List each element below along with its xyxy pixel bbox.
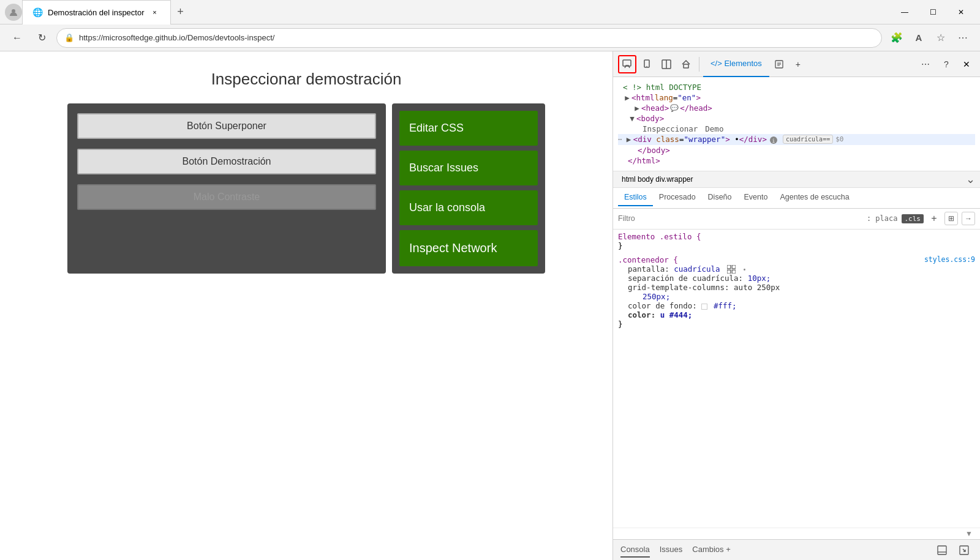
styles-section: Estilos Procesado Diseño Evento Agentes … (613, 188, 980, 540)
font-icon[interactable]: A (909, 28, 929, 48)
overlay-button[interactable]: Botón Superponer (77, 113, 376, 139)
filter-icon-1[interactable]: ⊞ (944, 212, 958, 225)
filter-icon-2[interactable]: → (962, 212, 975, 225)
nav-right-icons: 🧩 A ☆ ⋯ (887, 28, 973, 48)
tab-elements[interactable]: </> Elementos (703, 51, 769, 77)
toolbar-separator (699, 57, 699, 72)
console-button[interactable]: Usar la consola (399, 190, 538, 225)
close-button[interactable]: ✕ (947, 2, 975, 22)
svg-point-3 (646, 65, 647, 66)
webpage-title: Inspeccionar demostración (211, 70, 402, 89)
body-expand-icon[interactable]: ▼ (628, 114, 636, 123)
css-source-link[interactable]: styles.css:9 (924, 255, 975, 264)
scroll-indicator: ▼ (613, 528, 980, 539)
title-bar: 🌐 Demostración del inspector × + — ☐ ✕ (0, 0, 980, 24)
filter-add-button[interactable]: + (927, 212, 941, 225)
device-emulation-button[interactable] (638, 55, 656, 73)
sources-panel-button[interactable] (771, 55, 788, 73)
devtools-panel: </> Elementos + ⋯ ? ✕ < !> html DOCTYPE (612, 51, 980, 560)
bottom-tab-cambios[interactable]: Cambios + (692, 542, 731, 558)
extensions-icon[interactable]: 🧩 (887, 28, 907, 48)
minimize-button[interactable]: — (891, 2, 919, 22)
demo-button[interactable]: Botón Demostración (77, 149, 376, 174)
inspect-element-button[interactable] (618, 55, 636, 73)
window-controls: — ☐ ✕ (891, 2, 975, 22)
dom-nav-line: Inspeccionar Demo (618, 124, 975, 134)
dom-body-line[interactable]: ▼ <body> (618, 113, 975, 124)
active-tab[interactable]: 🌐 Demostración del inspector × (22, 0, 171, 24)
refresh-button[interactable]: ↻ (32, 28, 51, 48)
contrast-button[interactable]: Malo Contraste (77, 184, 376, 210)
dom-wrapper-line[interactable]: ⋯ ▶ <div class="wrapper"> •</div> i cuad… (618, 134, 975, 145)
tab-agentes[interactable]: Agentes de escucha (774, 189, 855, 206)
elements-tab-label: </> Elementos (710, 59, 762, 68)
doctype-text: < !> html DOCTYPE (623, 83, 701, 92)
tab-favicon: 🌐 (32, 7, 43, 17)
html-expand-icon[interactable]: ▶ (623, 93, 631, 102)
back-button[interactable]: ← (7, 28, 27, 48)
tab-diseno[interactable]: Diseño (702, 189, 738, 206)
cuadricula-badge: cuadrícula== (783, 135, 833, 144)
styles-tabs: Estilos Procesado Diseño Evento Agentes … (613, 188, 980, 209)
url-text: https://microsoftedge.github.io/Demos/de… (79, 33, 874, 42)
bottom-right-icons (933, 542, 973, 559)
bottom-bar: Consola Issues Cambios + (613, 539, 980, 560)
filter-input[interactable] (618, 214, 863, 223)
demo-grid: Botón Superponer Botón Demostración Malo… (67, 103, 545, 274)
maximize-button[interactable]: ☐ (919, 2, 947, 22)
webpage-content: Inspeccionar demostración Botón Superpon… (0, 51, 612, 560)
demo-nav-item[interactable]: Demo (705, 124, 723, 133)
grid-icon (727, 265, 736, 274)
panel-layout-button[interactable] (657, 55, 676, 73)
profile-icon[interactable] (5, 4, 22, 21)
more-button[interactable]: ⋯ (953, 28, 973, 48)
s0-badge: $0 (835, 135, 843, 143)
wrapper-expand-icon[interactable]: ▶ (625, 135, 633, 144)
favorites-icon[interactable]: ☆ (931, 28, 951, 48)
find-issues-button[interactable]: Buscar Issues (399, 151, 538, 185)
svg-rect-13 (727, 265, 731, 269)
inspect-nav-item[interactable]: Inspeccionar (643, 124, 698, 133)
more-panels-button[interactable]: ⋯ (916, 55, 935, 73)
home-button[interactable] (677, 55, 695, 73)
breadcrumb-expand-icon[interactable]: ⌄ (966, 173, 975, 186)
help-button[interactable]: ? (937, 55, 956, 73)
tab-evento[interactable]: Evento (738, 189, 774, 206)
tab-title: Demostración del inspector (48, 8, 145, 17)
svg-rect-6 (684, 64, 688, 68)
svg-rect-17 (938, 546, 946, 554)
address-bar[interactable]: 🔒 https://microsoftedge.github.io/Demos/… (56, 28, 882, 48)
browser-window: 🌐 Demostración del inspector × + — ☐ ✕ ←… (0, 0, 980, 560)
devtools-more-controls: ⋯ ? ✕ (916, 55, 975, 73)
dock-bottom-button[interactable] (933, 542, 951, 559)
new-tab-button[interactable]: + (171, 0, 190, 24)
main-area: Inspeccionar demostración Botón Superpon… (0, 51, 980, 560)
add-panel-button[interactable]: + (789, 55, 807, 73)
dom-html-line[interactable]: ▶ <html lang="en" > (618, 92, 975, 103)
head-expand-icon[interactable]: ▶ (633, 103, 641, 113)
tab-estilos[interactable]: Estilos (618, 189, 653, 206)
tab-bar: 🌐 Demostración del inspector × + (22, 0, 190, 24)
dom-body-close-line: </body> (618, 145, 975, 155)
inspect-network-button[interactable]: Inspect Network (399, 230, 538, 266)
dom-html-close-line: </html> (618, 155, 975, 166)
svg-rect-14 (732, 265, 736, 269)
undock-button[interactable] (956, 542, 973, 559)
contenedor-rule: .contenedor { styles.css:9 pantalla: cua… (618, 255, 975, 329)
breadcrumb-item[interactable]: html body div.wrapper (618, 174, 697, 185)
edit-css-button[interactable]: Editar CSS (399, 111, 538, 146)
breadcrumb-bar: html body div.wrapper ⌄ (613, 171, 980, 188)
filter-placa: : placa (867, 214, 898, 223)
dom-tree: < !> html DOCTYPE ▶ <html lang="en" > ▶ … (613, 77, 980, 171)
tab-close-button[interactable]: × (149, 7, 160, 18)
bottom-tab-consola[interactable]: Consola (620, 542, 650, 558)
devtools-close-button[interactable]: ✕ (958, 56, 975, 73)
filter-bar: : placa .cls + ⊞ → (613, 209, 980, 230)
lock-icon: 🔒 (64, 33, 74, 42)
tab-procesado[interactable]: Procesado (653, 189, 702, 206)
svg-text:i: i (772, 138, 775, 143)
filter-cls-badge[interactable]: .cls (902, 214, 924, 223)
devtools-toolbar: </> Elementos + ⋯ ? ✕ (613, 51, 980, 77)
bottom-tab-issues[interactable]: Issues (660, 542, 683, 558)
dom-head-line[interactable]: ▶ <head> 💬 </head> (618, 103, 975, 113)
